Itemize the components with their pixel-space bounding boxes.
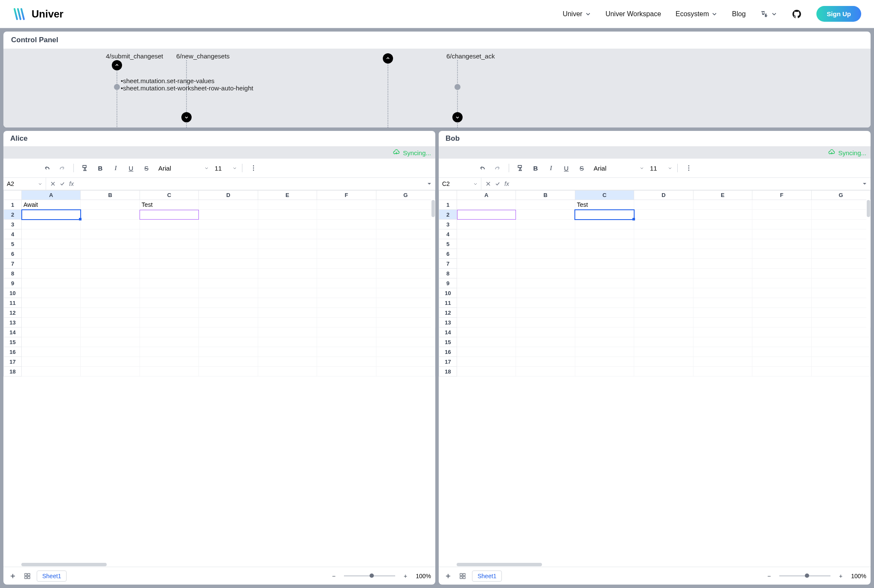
cell[interactable] <box>199 327 258 337</box>
cell[interactable] <box>634 337 693 347</box>
zoom-out-button[interactable]: − <box>328 570 340 582</box>
cell[interactable] <box>199 367 258 377</box>
cell[interactable] <box>376 200 435 210</box>
formula-expand-button[interactable] <box>859 181 871 186</box>
redo-button[interactable] <box>492 162 504 174</box>
cell[interactable] <box>634 327 693 337</box>
cell[interactable] <box>81 220 140 229</box>
cell-reference-input[interactable]: C2 <box>439 178 481 190</box>
cell[interactable] <box>575 220 634 229</box>
undo-button[interactable] <box>41 162 53 174</box>
cell[interactable] <box>258 357 317 367</box>
row-header[interactable]: 2 <box>4 210 22 220</box>
cell[interactable] <box>811 229 870 239</box>
cell[interactable] <box>575 278 634 288</box>
cell[interactable] <box>752 200 811 210</box>
cell[interactable] <box>81 318 140 327</box>
cell[interactable] <box>752 239 811 249</box>
cell[interactable] <box>634 259 693 269</box>
cell[interactable] <box>317 337 376 347</box>
cell[interactable] <box>516 357 575 367</box>
cell[interactable] <box>22 318 81 327</box>
cell[interactable] <box>811 367 870 377</box>
cell[interactable] <box>575 210 634 220</box>
cell[interactable] <box>258 298 317 308</box>
cell[interactable] <box>752 249 811 259</box>
cell[interactable] <box>22 347 81 357</box>
cell[interactable] <box>81 308 140 318</box>
cell[interactable] <box>376 357 435 367</box>
cell[interactable] <box>457 249 516 259</box>
row-header[interactable]: 5 <box>439 239 457 249</box>
cell[interactable] <box>575 308 634 318</box>
cell[interactable] <box>752 318 811 327</box>
cell[interactable] <box>81 229 140 239</box>
sheet-list-button[interactable] <box>457 571 468 581</box>
cell[interactable] <box>634 210 693 220</box>
cell[interactable] <box>752 269 811 278</box>
cell[interactable] <box>22 210 81 220</box>
cell[interactable] <box>516 200 575 210</box>
cell[interactable] <box>140 278 198 288</box>
cell[interactable]: Test <box>140 200 198 210</box>
underline-button[interactable]: U <box>560 162 572 174</box>
cell[interactable] <box>317 308 376 318</box>
row-header[interactable]: 17 <box>4 357 22 367</box>
cell[interactable] <box>376 308 435 318</box>
column-header[interactable]: E <box>693 191 752 200</box>
cell[interactable] <box>376 278 435 288</box>
more-button[interactable] <box>683 162 695 174</box>
cell[interactable] <box>811 308 870 318</box>
cell[interactable] <box>516 347 575 357</box>
cell[interactable] <box>457 220 516 229</box>
nav-workspace[interactable]: Univer Workspace <box>606 10 661 18</box>
bold-button[interactable]: B <box>530 162 542 174</box>
cell[interactable] <box>258 327 317 337</box>
cell[interactable] <box>693 229 752 239</box>
cell[interactable] <box>811 347 870 357</box>
add-sheet-button[interactable] <box>8 571 18 581</box>
cell[interactable] <box>457 229 516 239</box>
cell[interactable] <box>81 327 140 337</box>
cell[interactable] <box>752 347 811 357</box>
cell[interactable] <box>22 249 81 259</box>
cell[interactable] <box>258 259 317 269</box>
cell[interactable] <box>457 347 516 357</box>
cell[interactable] <box>634 347 693 357</box>
cell[interactable] <box>516 337 575 347</box>
sheet-list-button[interactable] <box>22 571 32 581</box>
cell[interactable] <box>317 229 376 239</box>
timeline-collapse-button[interactable] <box>181 112 192 122</box>
cell[interactable] <box>811 220 870 229</box>
cell[interactable] <box>140 220 198 229</box>
zoom-in-button[interactable]: + <box>399 570 411 582</box>
cell[interactable] <box>199 259 258 269</box>
cell[interactable] <box>457 269 516 278</box>
timeline-expand-button[interactable] <box>383 53 393 64</box>
column-header[interactable]: B <box>81 191 140 200</box>
cell[interactable] <box>81 298 140 308</box>
cell[interactable] <box>516 318 575 327</box>
cell[interactable] <box>22 337 81 347</box>
cell[interactable] <box>258 220 317 229</box>
cell[interactable] <box>516 298 575 308</box>
underline-button[interactable]: U <box>125 162 137 174</box>
cell[interactable] <box>575 347 634 357</box>
cell[interactable] <box>693 278 752 288</box>
column-header[interactable]: D <box>199 191 258 200</box>
cell[interactable] <box>693 239 752 249</box>
row-header[interactable]: 16 <box>439 347 457 357</box>
column-header[interactable]: G <box>376 191 435 200</box>
cell[interactable] <box>81 337 140 347</box>
cell[interactable] <box>516 229 575 239</box>
cell[interactable] <box>811 298 870 308</box>
cell[interactable] <box>693 269 752 278</box>
cell[interactable] <box>634 200 693 210</box>
font-select[interactable]: Arial <box>156 165 211 172</box>
nav-language[interactable] <box>760 10 777 18</box>
cell[interactable] <box>376 249 435 259</box>
select-all[interactable] <box>4 191 22 200</box>
cell[interactable] <box>81 278 140 288</box>
cell[interactable] <box>22 239 81 249</box>
cell[interactable] <box>457 239 516 249</box>
